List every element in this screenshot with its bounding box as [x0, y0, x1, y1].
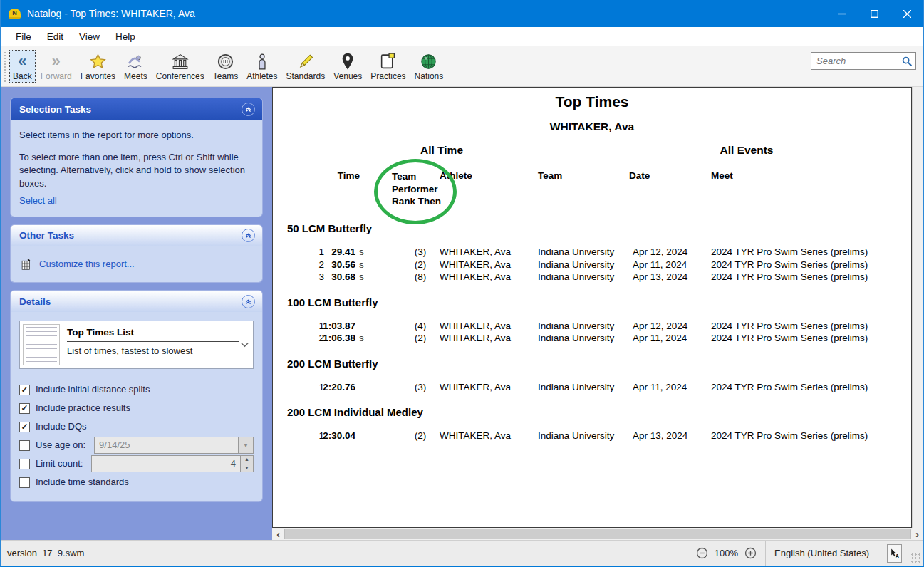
- col-header-time: Time: [287, 170, 360, 181]
- menu-edit[interactable]: Edit: [39, 28, 71, 45]
- conferences-button[interactable]: Conferences: [152, 50, 208, 83]
- meet-cell: 2024 TYR Pro Swim Series (prelims): [711, 430, 868, 441]
- result-row[interactable]: 12:30.04(2)WHITAKER, AvaIndiana Universi…: [287, 430, 911, 443]
- zoom-out-icon[interactable]: [696, 547, 708, 559]
- svg-text:A: A: [895, 552, 898, 558]
- toolbar-grip[interactable]: [4, 51, 6, 83]
- event-title: 200 LCM Individual Medley: [287, 406, 911, 418]
- option-label: Use age on:: [36, 439, 85, 452]
- athlete-cell: WHITAKER, Ava: [440, 246, 511, 257]
- minimize-button[interactable]: [825, 0, 858, 27]
- report-type-subtitle: List of times, fastest to slowest: [67, 345, 239, 358]
- toolbar-button-label: Standards: [286, 71, 326, 81]
- meet-cell: 2024 TYR Pro Swim Series (prelims): [711, 333, 868, 343]
- report-type-dropdown[interactable]: Top Times List List of times, fastest to…: [19, 321, 254, 369]
- meet-cell: 2024 TYR Pro Swim Series (prelims): [711, 271, 868, 282]
- customize-report-icon: [21, 258, 33, 271]
- checkbox[interactable]: [19, 459, 30, 469]
- selection-help-text-2: To select more than one item, press Ctrl…: [19, 151, 254, 190]
- search-input[interactable]: [816, 56, 901, 66]
- horizontal-scrollbar[interactable]: ‹ ›: [272, 528, 923, 540]
- team-cell: Indiana University: [538, 259, 614, 270]
- report-title: Top Times: [287, 93, 897, 110]
- venues-button[interactable]: Venues: [330, 50, 365, 83]
- limit-count-spinner[interactable]: 4▲▼: [91, 455, 254, 472]
- option-label: Include practice results: [36, 402, 130, 415]
- result-row[interactable]: 230.56s(2)WHITAKER, AvaIndiana Universit…: [287, 259, 911, 272]
- athlete-cell: WHITAKER, Ava: [440, 382, 511, 392]
- nations-button[interactable]: Nations: [411, 50, 447, 83]
- input-mode-indicator[interactable]: A: [878, 541, 910, 566]
- back-icon: «: [18, 52, 26, 71]
- checkbox[interactable]: ✓: [19, 422, 30, 432]
- menu-file[interactable]: File: [8, 28, 39, 45]
- athletes-button[interactable]: Athletes: [243, 50, 281, 83]
- search-icon[interactable]: [901, 56, 913, 67]
- checkbox[interactable]: ✓: [19, 403, 30, 414]
- use-age-date-combo[interactable]: 9/14/25▼: [94, 437, 254, 454]
- practices-icon: [379, 52, 397, 71]
- use-age-date-value[interactable]: 9/14/25: [94, 437, 238, 454]
- date-cell: Apr 12, 2024: [633, 246, 687, 257]
- meets-button[interactable]: Meets: [120, 50, 151, 83]
- rank-then-cell: (2): [401, 259, 440, 270]
- resize-grip[interactable]: [910, 553, 922, 564]
- col-header-date: Date: [629, 170, 650, 181]
- meet-cell: 2024 TYR Pro Swim Series (prelims): [711, 382, 868, 392]
- option-label: Limit count:: [36, 457, 83, 470]
- checkbox[interactable]: [19, 477, 30, 488]
- menu-view[interactable]: View: [71, 28, 108, 45]
- menu-help[interactable]: Help: [108, 28, 143, 45]
- time-cell: 29.41: [287, 246, 355, 257]
- chevron-down-icon[interactable]: ▼: [238, 437, 254, 454]
- col-header-meet: Meet: [711, 170, 733, 181]
- checkbox[interactable]: ✓: [19, 385, 30, 395]
- collapse-chevron-icon[interactable]: [242, 295, 255, 308]
- maximize-button[interactable]: [858, 0, 891, 27]
- option-label: Include time standards: [36, 476, 129, 489]
- time-cell: 30.68: [287, 271, 355, 282]
- result-row[interactable]: 11:03.87(4)WHITAKER, AvaIndiana Universi…: [287, 321, 911, 333]
- scope-all-time: All Time: [420, 144, 463, 157]
- menu-bar: FileEditViewHelp: [1, 27, 923, 46]
- practices-button[interactable]: Practices: [367, 50, 409, 83]
- zoom-in-icon[interactable]: [744, 547, 757, 559]
- result-row[interactable]: 12:20.76(3)WHITAKER, AvaIndiana Universi…: [287, 382, 911, 395]
- other-tasks-panel: Other Tasks Customize this report...: [11, 225, 262, 282]
- close-button[interactable]: [891, 0, 923, 27]
- team-cell: Indiana University: [538, 321, 614, 331]
- toolbar-button-label: Favorites: [81, 71, 115, 81]
- customize-report-link[interactable]: Customize this report...: [39, 258, 135, 271]
- select-all-link[interactable]: Select all: [19, 195, 57, 206]
- favorites-button[interactable]: Favorites: [77, 50, 119, 83]
- report-pane: Top Times WHITAKER, Ava All Time All Eve…: [272, 87, 923, 540]
- spinner-up-icon[interactable]: ▲: [241, 456, 253, 464]
- vertical-scrollbar[interactable]: [912, 87, 923, 528]
- language-selector[interactable]: English (United States): [765, 541, 878, 566]
- option-row: ✓Include practice results: [19, 399, 254, 417]
- scroll-right-icon[interactable]: ›: [911, 528, 923, 540]
- back-button[interactable]: «Back: [9, 50, 36, 83]
- time-suffix: s: [359, 271, 364, 282]
- result-row[interactable]: 330.68s(8)WHITAKER, AvaIndiana Universit…: [287, 271, 911, 284]
- date-cell: Apr 11, 2024: [633, 382, 687, 392]
- scroll-left-icon[interactable]: ‹: [272, 528, 284, 540]
- event-title: 200 LCM Butterfly: [287, 358, 911, 370]
- option-row: Use age on:9/14/25▼: [19, 436, 254, 454]
- checkbox[interactable]: [19, 440, 30, 451]
- spinner-down-icon[interactable]: ▼: [241, 464, 253, 472]
- chevron-down-icon[interactable]: [239, 324, 250, 365]
- meet-cell: 2024 TYR Pro Swim Series (prelims): [711, 246, 868, 257]
- horizontal-scrollbar-thumb[interactable]: [284, 529, 911, 539]
- standards-button[interactable]: Standards: [283, 50, 329, 83]
- teams-button[interactable]: Teams: [209, 50, 242, 83]
- result-row[interactable]: 21:06.38s(2)WHITAKER, AvaIndiana Univers…: [287, 333, 911, 345]
- time-suffix: s: [359, 246, 364, 257]
- search-box: [811, 52, 916, 70]
- collapse-chevron-icon[interactable]: [242, 229, 255, 242]
- collapse-chevron-icon[interactable]: [242, 103, 255, 116]
- time-cell: 30.56: [287, 259, 355, 270]
- result-row[interactable]: 129.41s(3)WHITAKER, AvaIndiana Universit…: [287, 246, 911, 259]
- limit-count-value[interactable]: 4: [91, 455, 241, 472]
- conferences-icon: [171, 52, 190, 71]
